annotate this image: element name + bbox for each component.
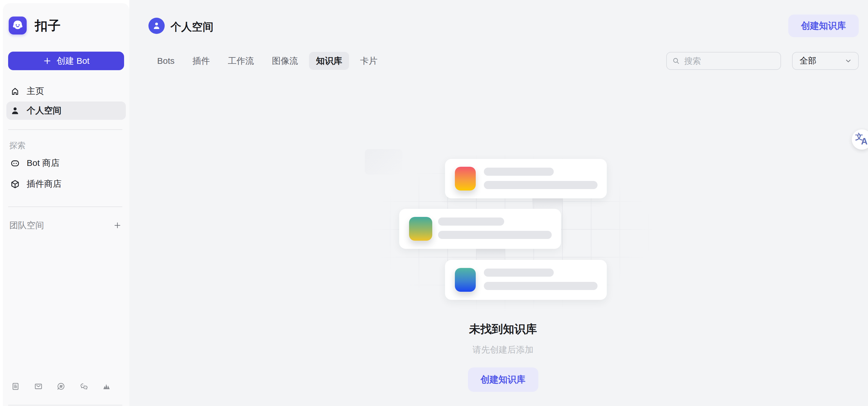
main-content: 个人空间 创建知识库 Bots 插件 工作流 图像流 知识库 卡片 全部 bbox=[129, 0, 868, 406]
team-space-label: 团队空间 bbox=[9, 220, 44, 231]
divider bbox=[8, 405, 122, 405]
tabbar: Bots 插件 工作流 图像流 知识库 卡片 bbox=[150, 52, 384, 70]
illustration-shadow-patch bbox=[476, 247, 505, 261]
placeholder-card bbox=[399, 209, 561, 249]
volcengine-icon[interactable] bbox=[102, 382, 111, 391]
sidebar-item-personal-space[interactable]: 个人空间 bbox=[6, 101, 126, 120]
plus-icon bbox=[113, 221, 122, 230]
user-icon bbox=[10, 105, 20, 116]
tab-bots[interactable]: Bots bbox=[150, 52, 182, 70]
filter-dropdown[interactable]: 全部 bbox=[792, 52, 859, 70]
search-input[interactable] bbox=[684, 56, 775, 66]
skeleton-bar bbox=[438, 218, 504, 226]
create-knowledge-button-empty[interactable]: 创建知识库 bbox=[468, 368, 538, 392]
placeholder-card-icon bbox=[409, 217, 432, 241]
illustration-shadow-patch bbox=[532, 197, 563, 210]
tab-plugins[interactable]: 插件 bbox=[186, 52, 217, 70]
sidebar-item-bot-store[interactable]: Bot 商店 bbox=[6, 154, 126, 172]
sidebar-item-plugin-store[interactable]: 插件商店 bbox=[6, 175, 126, 193]
skeleton-bar bbox=[484, 167, 554, 176]
wechat-icon[interactable] bbox=[80, 382, 89, 391]
tab-cards[interactable]: 卡片 bbox=[353, 52, 384, 70]
coze-logo-icon bbox=[9, 17, 27, 34]
create-bot-button[interactable]: 创建 Bot bbox=[8, 52, 124, 70]
filter-value: 全部 bbox=[800, 55, 816, 67]
placeholder-card-icon bbox=[455, 167, 476, 190]
translate-fab-button[interactable]: 文 A bbox=[852, 129, 868, 150]
explore-section-label: 探索 bbox=[9, 140, 26, 151]
placeholder-card bbox=[445, 260, 607, 300]
brand: 扣子 bbox=[9, 17, 61, 34]
page: 扣子 创建 Bot 主页 bbox=[0, 0, 868, 406]
team-space-section: 团队空间 bbox=[6, 216, 126, 234]
translate-icon-letter: A bbox=[861, 136, 867, 147]
tab-imageflows[interactable]: 图像流 bbox=[265, 52, 305, 70]
workspace-avatar bbox=[149, 18, 165, 34]
sidebar-item-label: 主页 bbox=[27, 85, 44, 97]
skeleton-bar bbox=[438, 231, 552, 239]
sidebar-nav: 主页 个人空间 bbox=[6, 82, 126, 121]
divider bbox=[8, 207, 122, 207]
search-box bbox=[666, 52, 781, 70]
sidebar-item-label: 插件商店 bbox=[27, 178, 61, 190]
plus-icon bbox=[42, 56, 52, 66]
add-team-space-button[interactable] bbox=[113, 220, 122, 230]
bot-store-icon bbox=[10, 158, 20, 168]
skeleton-bar bbox=[484, 181, 597, 189]
empty-state-subtitle: 请先创建后添加 bbox=[399, 344, 607, 356]
sidebar-item-label: Bot 商店 bbox=[27, 157, 59, 169]
page-title: 个人空间 bbox=[170, 20, 213, 34]
search-icon bbox=[672, 57, 680, 65]
chevron-down-icon bbox=[844, 57, 852, 65]
placeholder-card-icon bbox=[455, 268, 476, 292]
divider bbox=[8, 129, 122, 130]
home-icon bbox=[10, 86, 20, 97]
explore-nav: Bot 商店 插件商店 bbox=[6, 154, 126, 196]
docs-icon[interactable] bbox=[11, 382, 20, 391]
sidebar-item-home[interactable]: 主页 bbox=[6, 82, 126, 100]
tab-workflows[interactable]: 工作流 bbox=[221, 52, 261, 70]
create-bot-label: 创建 Bot bbox=[57, 55, 89, 67]
community-hash-icon[interactable] bbox=[57, 382, 66, 391]
empty-state: 未找到知识库 请先创建后添加 创建知识库 bbox=[399, 321, 607, 392]
sidebar-item-label: 个人空间 bbox=[27, 105, 61, 117]
skeleton-bar bbox=[484, 282, 597, 290]
skeleton-bar bbox=[484, 269, 554, 277]
sidebar: 扣子 创建 Bot 主页 bbox=[3, 3, 129, 406]
illustration-shadow-patch bbox=[365, 149, 402, 175]
brand-name: 扣子 bbox=[35, 17, 61, 34]
tab-knowledge[interactable]: 知识库 bbox=[309, 52, 349, 70]
sidebar-footer-icons bbox=[11, 381, 111, 391]
user-icon bbox=[152, 21, 161, 31]
placeholder-card bbox=[445, 159, 607, 198]
plugin-store-icon bbox=[10, 179, 20, 189]
mail-icon[interactable] bbox=[34, 382, 43, 391]
empty-state-title: 未找到知识库 bbox=[399, 321, 607, 337]
create-knowledge-button-top[interactable]: 创建知识库 bbox=[788, 14, 859, 37]
